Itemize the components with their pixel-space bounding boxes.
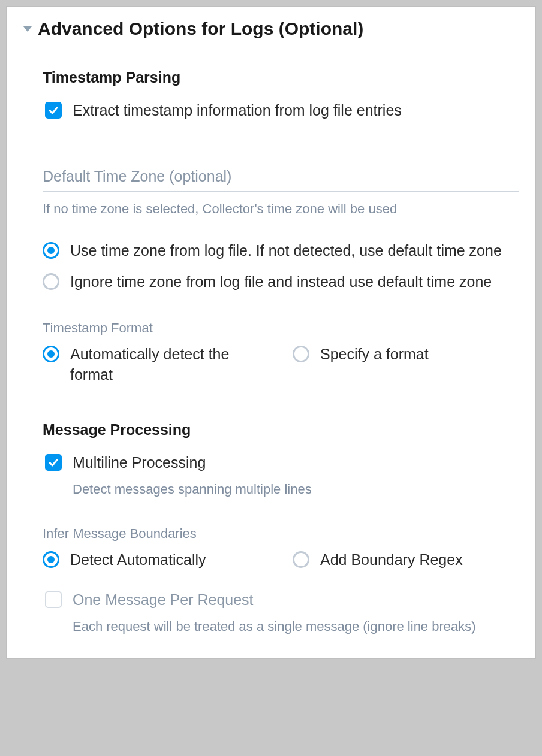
panel-title: Advanced Options for Logs (Optional) xyxy=(38,19,363,39)
format-specify-radio[interactable] xyxy=(293,346,309,362)
multiline-helper: Detect messages spanning multiple lines xyxy=(73,482,519,497)
timezone-radio-ignore-label: Ignore time zone from log file and inste… xyxy=(70,272,492,292)
timezone-radio-use-label: Use time zone from log file. If not dete… xyxy=(70,241,502,261)
timezone-select-wrap: Default Time Zone (optional) If no time … xyxy=(43,168,519,217)
one-per-request-row: One Message Per Request xyxy=(45,590,519,610)
format-auto-radio[interactable] xyxy=(43,346,59,362)
boundaries-regex-row: Add Boundary Regex xyxy=(293,550,519,570)
timezone-select-helper: If no time zone is selected, Collector's… xyxy=(43,201,519,217)
format-specify-row: Specify a format xyxy=(293,344,519,385)
timestamp-format-group: Automatically detect the format Specify … xyxy=(43,344,519,385)
extract-timestamp-checkbox[interactable] xyxy=(45,102,62,119)
timezone-radio-ignore[interactable] xyxy=(43,273,59,290)
boundaries-auto-radio[interactable] xyxy=(43,551,59,568)
check-icon xyxy=(47,456,59,468)
timestamp-format-label: Timestamp Format xyxy=(43,320,519,336)
message-heading: Message Processing xyxy=(43,421,519,439)
boundaries-auto-row: Detect Automatically xyxy=(43,550,269,570)
one-per-request-checkbox[interactable] xyxy=(45,591,62,608)
extract-timestamp-label: Extract timestamp information from log f… xyxy=(73,101,402,121)
timezone-radio-ignore-row: Ignore time zone from log file and inste… xyxy=(43,272,519,292)
multiline-row: Multiline Processing xyxy=(45,453,519,473)
timezone-select[interactable]: Default Time Zone (optional) xyxy=(43,168,519,192)
timezone-radio-group: Use time zone from log file. If not dete… xyxy=(43,241,519,292)
check-icon xyxy=(47,104,59,116)
multiline-label: Multiline Processing xyxy=(73,453,206,473)
format-auto-row: Automatically detect the format xyxy=(43,344,269,385)
boundaries-label: Infer Message Boundaries xyxy=(43,526,519,542)
one-per-request-helper: Each request will be treated as a single… xyxy=(73,619,519,634)
extract-timestamp-row: Extract timestamp information from log f… xyxy=(45,101,519,121)
panel-header[interactable]: Advanced Options for Logs (Optional) xyxy=(23,19,519,39)
boundaries-radio-group: Detect Automatically Add Boundary Regex xyxy=(43,550,519,570)
timezone-radio-use[interactable] xyxy=(43,242,59,259)
boundaries-regex-label: Add Boundary Regex xyxy=(320,550,463,570)
timezone-radio-use-row: Use time zone from log file. If not dete… xyxy=(43,241,519,261)
boundaries-regex-radio[interactable] xyxy=(293,551,309,568)
multiline-checkbox[interactable] xyxy=(45,454,62,471)
format-specify-label: Specify a format xyxy=(320,344,429,365)
timestamp-heading: Timestamp Parsing xyxy=(43,69,519,86)
collapse-icon xyxy=(23,26,32,32)
one-per-request-label: One Message Per Request xyxy=(73,590,254,610)
advanced-options-panel: Advanced Options for Logs (Optional) Tim… xyxy=(6,6,536,659)
boundaries-auto-label: Detect Automatically xyxy=(70,550,206,570)
format-auto-label: Automatically detect the format xyxy=(70,344,238,385)
